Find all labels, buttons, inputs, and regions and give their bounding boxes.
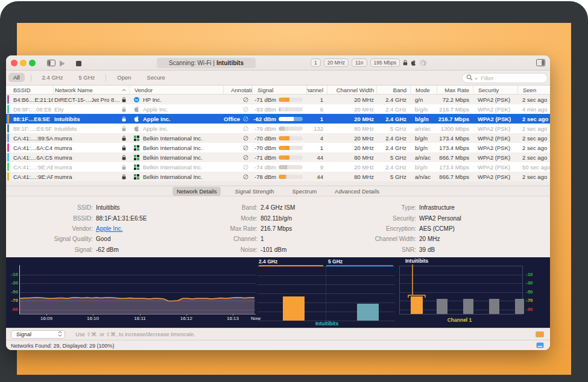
network-row[interactable]: D8:8F:…08:E8EityApple Inc.-93 dBm620 MHz… [6,104,550,114]
titlebar: Scanning: Wi-Fi | Intuitibits 120 MHz11n… [6,55,550,70]
seen-cell: 2 sec ago [517,133,550,143]
network-name-cell: mumra [53,152,129,162]
y-axis-line [19,265,20,314]
sidebar-toggle-button[interactable] [47,60,55,67]
signal-value-text: -70 dBm [254,145,276,151]
band-tab-5-ghz[interactable]: 5 GHz [328,258,343,265]
monitor-icon[interactable] [536,342,544,349]
channel-width-cell: 20 MHz [327,104,376,114]
network-row[interactable]: CA:41:…6A:C5mumraBelkin International In… [6,152,550,162]
channel-width-cell: 20 MHz [327,162,376,172]
band-cell: 5 GHz [376,152,410,162]
network-row[interactable]: 88:1F…E6:5EIntuitibitsApple Inc.Main Off… [6,114,550,124]
column-header-rate[interactable]: Max Rate [437,86,473,94]
channel-cell: 1 [306,95,327,104]
filter-segment-open[interactable]: Open [112,73,136,82]
network-row[interactable]: CA:41:…:9E:AFmumraBelkin International I… [6,172,550,181]
annotation-none-icon [243,155,248,160]
vendor-name-text: Apple Inc. [143,116,170,122]
axis-tick [233,314,233,316]
signal-meter [279,175,303,179]
network-row[interactable]: CA:41:…:9E:AEmumraBelkin International I… [6,162,550,172]
detail-value: 20 MHz [419,236,440,242]
signal-meter [279,117,303,121]
scan-play-button[interactable] [59,60,65,68]
search-scope-chevron-icon[interactable] [475,75,478,81]
chart-metric-select[interactable]: Signal [11,330,65,339]
column-header-cw[interactable]: Channel Width [327,86,376,94]
filter-segment-5-ghz[interactable]: 5 GHz [74,73,100,82]
network-color-indicator [7,95,9,104]
tab-network-details[interactable]: Network Details [172,187,221,196]
band-tab-2-4-ghz[interactable]: 2.4 GHz [259,258,277,265]
detail-row: Channel:1 [199,234,295,244]
tab-spectrum[interactable]: Spectrum [288,187,321,196]
filter-search-field[interactable] [462,73,548,83]
column-header-vendor[interactable]: Vendor [129,86,223,94]
tab-advanced-details[interactable]: Advanced Details [330,187,384,196]
security-cell: WPA2 (PSK) [473,114,517,124]
vendor-name-text: Apple Inc. [143,125,168,132]
network-row[interactable]: B4:B6…E:21:16DIRECT-15-…Jet Pro 8710hpHP… [6,95,550,104]
bssid-cell: CA:41:…:89:5A [10,133,53,143]
max-rate-cell: 866.7 Mbps [437,172,473,181]
annotation-text: Main Office [223,116,240,122]
signal-cell: -71 dBm [252,152,306,162]
max-rate-cell: 866.7 Mbps [437,152,473,162]
annotation-none-icon [243,107,248,112]
column-header-band[interactable]: Band [376,86,410,94]
y-axis-label: -10 [6,272,18,278]
zoom-button[interactable] [29,60,36,66]
gridline [400,283,522,284]
column-header-ann[interactable]: Annotations [223,86,252,94]
detail-value: 1 [261,236,264,242]
detail-row: Vendor:Apple Inc. [10,224,147,234]
mode-cell: a/n/ac [410,152,437,162]
detail-label: Noise: [199,246,258,253]
selected-network-color-swatch[interactable] [536,331,544,337]
close-button[interactable] [11,60,17,66]
signal-meter [279,127,303,131]
channel-cell: 4 [306,133,327,143]
detail-label: Type: [359,204,416,211]
status-bar: Networks Found: 29, Displayed: 29 (100%) [6,340,550,350]
filter-segment-2-4-ghz[interactable]: 2.4 GHz [37,73,68,82]
minimize-button[interactable] [20,60,27,66]
column-header-seen[interactable]: Seen [517,86,550,94]
inspector-toggle-button[interactable] [536,59,545,67]
y-axis-label: -50 [526,289,540,295]
lock-icon [122,107,126,112]
device-frame: Scanning: Wi-Fi | Intuitibits 120 MHz11n… [0,1,588,382]
band-bar [283,296,305,321]
axis-tick [140,314,141,316]
scan-stop-button[interactable] [76,61,81,67]
scan-progress-spinner [419,59,427,67]
y-axis-label: -70 [526,298,540,304]
network-row[interactable]: CA:41:…6A:C4mumraBelkin International In… [6,143,550,152]
signal-value-text: -79 dBm [254,125,276,132]
search-input[interactable] [479,74,543,82]
column-header-mode[interactable]: Mode [410,86,437,94]
signal-cell: -93 dBm [252,104,306,114]
column-header-name[interactable]: Network Name [53,86,129,94]
detail-value-link[interactable]: Apple Inc. [96,225,122,232]
lock-icon [122,126,126,131]
annotation-none-icon [243,145,248,151]
security-cell: WPA2 (PSK) [473,104,517,114]
security-cell: WPA2 (PSK) [473,152,517,162]
column-header-sig[interactable]: Signal [252,86,306,94]
detail-value: 2.4 GHz ISM [261,204,295,211]
detail-row: SSID:Intuitibits [10,202,147,213]
column-header-ch[interactable]: Channel [306,86,327,94]
filter-segment-secure[interactable]: Secure [142,73,170,82]
titlebar-badges: 120 MHz11n195 Mbps [311,58,427,67]
network-name-cell: Eity [53,104,129,114]
column-header-sec[interactable]: Security [473,86,517,94]
column-header-bssid[interactable]: BSSID [10,86,53,94]
network-row[interactable]: 88:1F:…:E6:5FIntuitibitsApple Inc.-79 dB… [6,124,550,133]
tab-signal-strength[interactable]: Signal Strength [230,187,278,196]
annotation-cell [223,162,252,172]
gridline [258,266,394,267]
network-row[interactable]: CA:41:…:89:5AmumraBelkin International I… [6,133,550,143]
filter-segment-all[interactable]: All [8,73,25,82]
